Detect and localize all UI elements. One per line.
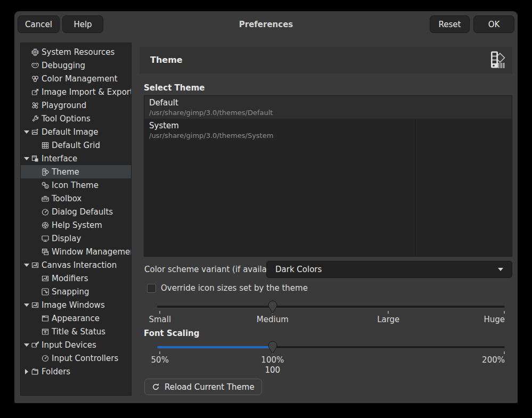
expander-open-icon[interactable] (23, 264, 30, 267)
reload-current-theme-button[interactable]: Reload Current Theme (144, 379, 262, 395)
slider-icon-size-track[interactable] (157, 306, 505, 308)
theme-swatch-icon (487, 51, 506, 70)
sidebar-item-default-grid[interactable]: Default Grid (21, 138, 131, 152)
sidebar-item-label: Appearance (52, 314, 100, 323)
sidebar-item-window-management[interactable]: Window Management (21, 245, 131, 258)
theme-list-item-default[interactable]: Default/usr/share/gimp/3.0/themes/Defaul… (144, 96, 512, 119)
expander-open-icon[interactable] (23, 157, 30, 160)
sidebar-item-label: Title & Status (52, 327, 105, 337)
icon-size-slider: SmallMediumLargeHuge (157, 300, 505, 334)
slider-font-thumb[interactable] (267, 341, 278, 354)
slider-tick (159, 311, 160, 314)
sidebar-item-label: Interface (42, 154, 77, 163)
sidebar-item-icon-theme[interactable]: Icon Theme (21, 178, 131, 192)
sidebar-item-label: Display (52, 234, 81, 243)
sidebar-item-input-controllers[interactable]: Input Controllers (21, 351, 131, 365)
sidebar-item-tool-options[interactable]: Tool Options (21, 112, 131, 125)
theme-path: /usr/share/gimp/3.0/themes/System (149, 131, 512, 140)
reload-icon (152, 383, 160, 391)
sidebar-item-label: Default Grid (52, 141, 100, 150)
color-management-icon (31, 75, 39, 83)
font-scaling-label: Font Scaling (144, 329, 200, 338)
sidebar-item-theme[interactable]: Theme (21, 165, 131, 178)
theme-icon (41, 168, 50, 176)
slider-tick (504, 351, 505, 354)
help-system-icon (41, 221, 50, 230)
sidebar-item-label: Toolbox (52, 194, 81, 203)
sidebar-item-interface[interactable]: Interface (21, 152, 131, 165)
sidebar-item-image-windows[interactable]: Image Windows (21, 298, 131, 312)
sidebar-item-folders[interactable]: Folders (21, 365, 131, 378)
ok-button[interactable]: OK (473, 15, 514, 33)
system-resources-icon (31, 48, 39, 56)
sidebar-item-label: Dialog Defaults (52, 207, 113, 217)
slider-tick-label: Large (377, 315, 399, 324)
sidebar-item-label: Window Management (52, 247, 132, 257)
page-title: Theme (150, 55, 183, 65)
expander-open-icon[interactable] (23, 343, 30, 347)
toolbox-icon (41, 194, 50, 203)
slider-tick (159, 351, 160, 354)
sidebar-item-label: Folders (42, 367, 70, 376)
select-theme-label: Select Theme (144, 83, 204, 93)
playground-icon (31, 101, 39, 110)
sidebar-item-dialog-defaults[interactable]: Dialog Defaults (21, 205, 131, 218)
modifiers-icon (41, 274, 50, 283)
sidebar-item-debugging[interactable]: Debugging (21, 59, 131, 72)
sidebar-item-appearance[interactable]: Appearance (21, 312, 131, 325)
color-scheme-dropdown[interactable]: Dark Colors (266, 261, 512, 278)
sidebar-item-modifiers[interactable]: Modifiers (21, 272, 131, 285)
expander-closed-icon[interactable] (23, 369, 30, 374)
sidebar-item-input-devices[interactable]: Input Devices (21, 338, 131, 351)
sidebar-item-help-system[interactable]: Help System (21, 218, 131, 232)
theme-name: Default (149, 97, 512, 108)
snapping-icon (41, 288, 50, 296)
page-header: Theme (140, 47, 512, 73)
sidebar-item-color-management[interactable]: Color Management (21, 72, 131, 85)
slider-icon-size-thumb[interactable] (267, 300, 278, 314)
sidebar-item-system-resources[interactable]: System Resources (21, 45, 131, 59)
expander-open-icon[interactable] (23, 304, 30, 307)
appearance-icon (41, 314, 50, 323)
sidebar-item-label: Debugging (42, 61, 85, 70)
sidebar-item-snapping[interactable]: Snapping (21, 285, 131, 298)
override-icon-sizes-checkbox[interactable] (147, 284, 156, 293)
theme-list-item-system[interactable]: System/usr/share/gimp/3.0/themes/System (144, 119, 512, 142)
sidebar-item-default-image[interactable]: Default Image (21, 125, 131, 138)
slider-tick-label: Medium (257, 315, 289, 324)
expander-open-icon[interactable] (23, 130, 30, 134)
slider-tick-label: 200% (482, 355, 505, 365)
sidebar-item-toolbox[interactable]: Toolbox (21, 192, 131, 205)
sidebar-item-label: Default Image (42, 127, 99, 137)
tool-options-icon (31, 114, 39, 123)
sidebar-item-label: Input Controllers (52, 354, 118, 363)
sidebar-item-label: Image Windows (42, 300, 105, 310)
preferences-window: Cancel Help Preferences Reset OK System … (14, 11, 518, 403)
icon-theme-icon (41, 181, 50, 190)
canvas-interaction-icon (31, 261, 39, 269)
sidebar-item-image-import-export[interactable]: Image Import & Export (21, 85, 131, 99)
default-image-icon (31, 128, 39, 136)
default-grid-icon (41, 141, 50, 150)
slider-tick-label: Huge (484, 315, 505, 324)
theme-path: /usr/share/gimp/3.0/themes/Default (149, 108, 512, 117)
override-icon-sizes-row: Override icon sizes set by the theme (147, 283, 308, 293)
sidebar-item-label: System Resources (42, 47, 114, 57)
dialog-defaults-icon (41, 208, 50, 216)
sidebar-item-playground[interactable]: Playground (21, 99, 131, 112)
sidebar-item-label: Tool Options (42, 114, 91, 124)
override-icon-sizes-label: Override icon sizes set by the theme (161, 283, 308, 293)
sidebar-item-title-status[interactable]: Title & Status (21, 325, 131, 338)
chevron-down-icon (498, 268, 503, 271)
sidebar-item-label: Input Devices (42, 340, 96, 350)
slider-font-fill (157, 346, 273, 348)
sidebar-item-label: Image Import & Export (42, 87, 132, 97)
debugging-icon (31, 61, 39, 70)
interface-icon (31, 154, 39, 163)
preferences-sidebar: System ResourcesDebuggingColor Managemen… (20, 43, 132, 396)
reset-button[interactable]: Reset (430, 15, 470, 33)
sidebar-item-display[interactable]: Display (21, 232, 131, 245)
input-devices-icon (31, 341, 39, 349)
image-windows-icon (31, 301, 39, 309)
sidebar-item-canvas-interaction[interactable]: Canvas Interaction (21, 258, 131, 272)
